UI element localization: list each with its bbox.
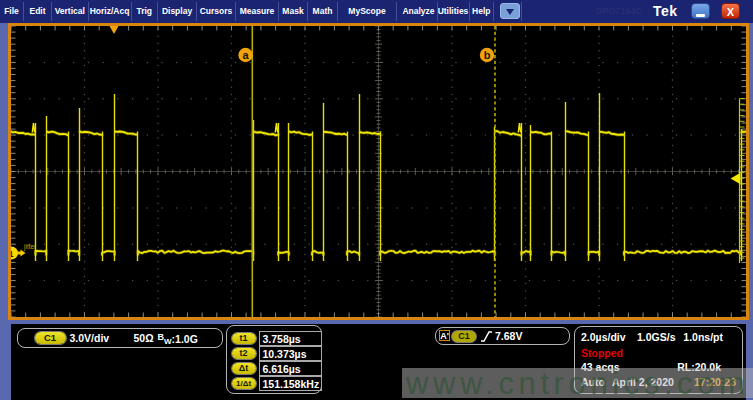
- svg-text:1: 1: [11, 249, 14, 259]
- svg-text:b: b: [484, 49, 491, 61]
- svg-text:jitter: jitter: [23, 243, 37, 251]
- svg-text:a: a: [242, 49, 249, 61]
